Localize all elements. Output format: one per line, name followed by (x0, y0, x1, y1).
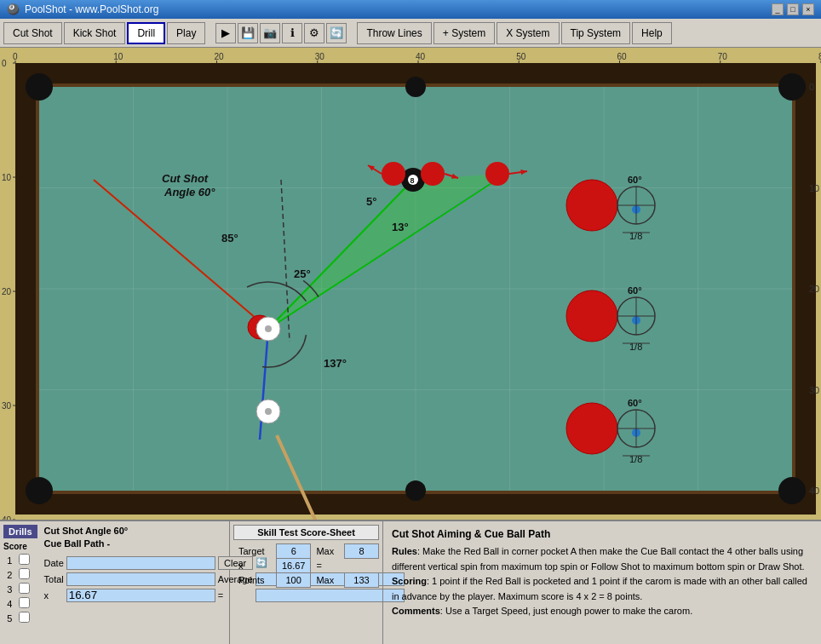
score-checkbox-1[interactable] (19, 554, 30, 565)
table-row: 5 (3, 611, 37, 625)
score-checkbox-4[interactable] (19, 597, 30, 608)
score-checkbox-3[interactable] (19, 583, 30, 594)
skill-table: Target 6 Max 8 x 16.67 = Points 100 Max … (233, 543, 379, 588)
target-value: 6 (276, 544, 311, 559)
table-row: x 16.67 = (233, 559, 379, 573)
x2-label: x (233, 559, 276, 573)
max2-label: Max (311, 573, 345, 588)
plussystem-button[interactable]: + System (433, 22, 495, 44)
table-row: 2 (3, 567, 37, 582)
bottom-panel: Drills Score 1 2 3 4 5 Cut Shot Angle 60… (0, 520, 821, 644)
x2-value: 16.67 (276, 559, 311, 573)
table-row: Target 6 Max 8 (233, 544, 379, 559)
date-label: Date (44, 558, 64, 568)
max-value: 8 (345, 544, 379, 559)
info-text: Rules: Make the Red Ball in corner pocke… (392, 544, 812, 619)
target-label: Target (233, 544, 276, 559)
score-checkbox-2[interactable] (19, 568, 30, 579)
multiply-input[interactable] (66, 589, 215, 602)
points-value: 100 (276, 573, 311, 588)
scoring-label: Scoring (392, 576, 427, 586)
toolbar: Cut Shot Kick Shot Drill Play ▶ 💾 📷 ℹ ⚙ … (0, 19, 821, 48)
close-button[interactable]: × (802, 3, 814, 15)
table-row: Points 100 Max 133 (233, 573, 379, 588)
xsystem-button[interactable]: X System (497, 22, 559, 44)
titlebar-title: 🎱 PoolShot - www.PoolShot.org (7, 3, 158, 15)
save-icon[interactable]: 💾 (238, 23, 258, 43)
tipsystem-button[interactable]: Tip System (561, 22, 631, 44)
maximize-button[interactable]: □ (787, 3, 799, 15)
eq2: = (311, 559, 345, 573)
info-title: Cut Shot Aiming & Cue Ball Path (392, 526, 812, 542)
drills-header: Drills (3, 525, 37, 538)
toolbar-icons: ▶ 💾 📷 ℹ ⚙ 🔄 (215, 23, 347, 43)
date-input[interactable] (66, 556, 215, 570)
app-title: PoolShot - www.PoolShot.org (25, 3, 158, 15)
game-canvas[interactable] (0, 48, 821, 520)
cutshot-button[interactable]: Cut Shot (3, 22, 62, 44)
table-row: 1 (3, 553, 37, 567)
x-label: x (44, 590, 64, 601)
max-label: Max (311, 544, 345, 559)
play-button[interactable]: Play (167, 22, 205, 44)
app-icon: 🎱 (7, 3, 20, 15)
rules-label: Rules (392, 546, 417, 556)
table-row: 4 (3, 596, 37, 611)
points-label: Points (233, 573, 276, 588)
comments-label: Comments (392, 606, 440, 616)
info-panel: Cut Shot Aiming & Cue Ball Path Rules: M… (383, 521, 821, 644)
kickshot-button[interactable]: Kick Shot (64, 22, 126, 44)
info-icon[interactable]: ℹ (282, 23, 302, 43)
rules-text: : Make the Red Ball in corner pocket A t… (392, 546, 805, 572)
refresh-icon[interactable]: 🔄 (326, 23, 347, 43)
camera-icon[interactable]: 📷 (260, 23, 280, 43)
skill-panel: Skill Test Score-Sheet Target 6 Max 8 x … (230, 521, 383, 644)
scoring-text: : 1 point if the Red Ball is pocketed an… (392, 576, 807, 601)
total-label: Total (44, 574, 64, 584)
score-subheader: Score (3, 542, 37, 551)
skill-header: Skill Test Score-Sheet (233, 525, 379, 540)
score-table: 1 2 3 4 5 (3, 553, 37, 625)
settings-icon[interactable]: ⚙ (304, 23, 324, 43)
comments-text: : Use a Target Speed, just enough power … (440, 606, 692, 616)
minimize-button[interactable]: _ (772, 3, 784, 15)
score-panel: Drills Score 1 2 3 4 5 Cut Shot Angle 60… (0, 521, 230, 644)
drill-button[interactable]: Drill (127, 22, 165, 44)
throwlines-button[interactable]: Throw Lines (357, 22, 431, 44)
table-row: 3 (3, 582, 37, 596)
play-icon[interactable]: ▶ (215, 23, 236, 43)
max2-value: 133 (345, 573, 379, 588)
score-checkbox-5[interactable] (19, 612, 30, 623)
titlebar-controls[interactable]: _ □ × (772, 3, 814, 15)
total-input[interactable] (66, 572, 215, 586)
help-button[interactable]: Help (632, 22, 672, 44)
titlebar: 🎱 PoolShot - www.PoolShot.org _ □ × (0, 0, 821, 19)
